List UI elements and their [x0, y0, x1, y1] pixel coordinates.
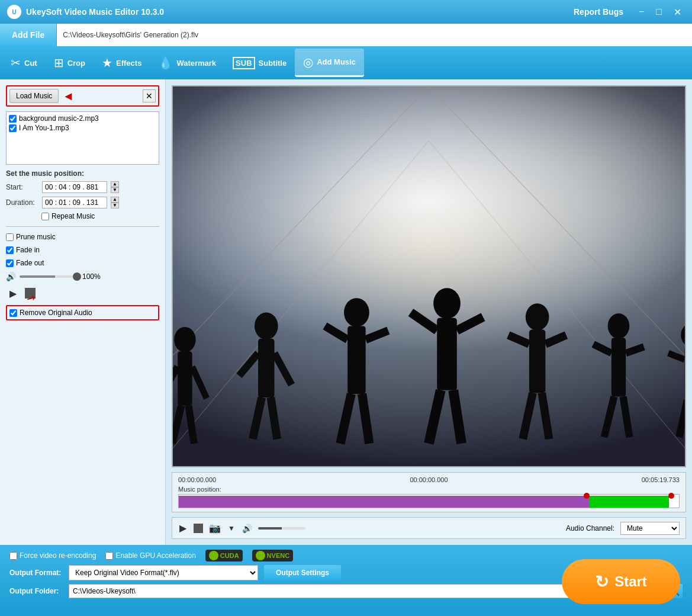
time-start: 00:00:00.000 [178, 476, 216, 483]
dropdown-button[interactable]: ▼ [227, 523, 236, 534]
volume-row: 🔊 100% [6, 272, 159, 281]
play-button[interactable]: ▶ [6, 286, 20, 300]
start-up-btn[interactable]: ▲ [111, 181, 119, 187]
fade-out-label: Fade out [16, 259, 44, 267]
toolbar-addmusic[interactable]: ◎ Add Music [295, 49, 364, 77]
svg-rect-25 [437, 318, 457, 390]
start-down-btn[interactable]: ▼ [111, 187, 119, 193]
list-item: background music-2.mp3 [9, 114, 156, 123]
remove-audio-section: Remove Original Audio [6, 305, 159, 320]
add-file-button[interactable]: Add File [0, 24, 57, 46]
app-logo: U [7, 5, 21, 19]
load-music-section: Load Music ◄ ✕ [6, 85, 159, 107]
ctrl-volume-slider[interactable] [258, 527, 305, 530]
start-icon: ↻ [595, 572, 609, 592]
volume-icon: 🔊 [6, 272, 16, 281]
app-title: UkeySoft Video Music Editor 10.3.0 [26, 7, 574, 17]
close-button[interactable]: ✕ [670, 7, 685, 18]
audio-channel-select[interactable]: Mute Left Right Stereo [620, 522, 680, 535]
toolbar-cut[interactable]: ✂ Cut [2, 49, 46, 77]
start-label: Start [614, 573, 647, 590]
main-content: Load Music ◄ ✕ background music-2.mp3 I … [0, 79, 692, 545]
toolbar-subtitle[interactable]: SUB Subtitle [224, 49, 295, 77]
svg-rect-19 [347, 326, 366, 393]
toolbar-subtitle-label: Subtitle [259, 59, 287, 68]
svg-point-24 [433, 288, 461, 319]
toolbar-effects-label: Effects [116, 59, 141, 68]
screenshot-button[interactable]: 📷 [209, 522, 221, 534]
prune-music-label: Prune music [16, 233, 56, 241]
time-middle: 00:00:00.000 [410, 476, 448, 483]
fade-in-checkbox[interactable] [6, 246, 14, 254]
start-row: Start: 00 : 04 : 09 . 881 ▲ ▼ [6, 181, 159, 193]
ctrl-volume-icon: 🔊 [242, 524, 252, 533]
logo-text: U [12, 9, 16, 15]
watermark-icon: 💧 [158, 56, 173, 70]
duration-up-btn[interactable]: ▲ [111, 197, 119, 203]
repeat-music-label: Repeat Music [52, 212, 95, 220]
fade-out-row: Fade out [6, 259, 159, 267]
video-play-button[interactable]: ▶ [178, 521, 188, 535]
toolbar-crop[interactable]: ⊞ Crop [46, 49, 94, 77]
svg-rect-7 [178, 351, 192, 406]
music-item-checkbox-1[interactable] [9, 115, 17, 123]
duration-down-btn[interactable]: ▼ [111, 203, 119, 208]
title-bar: U UkeySoft Video Music Editor 10.3.0 Rep… [0, 0, 692, 24]
gpu-accel-checkbox[interactable] [105, 552, 113, 560]
volume-slider[interactable] [20, 275, 79, 278]
load-music-button[interactable]: Load Music [9, 89, 59, 103]
gpu-accel-label: Enable GPU Acceleration [115, 551, 195, 560]
remove-original-audio-checkbox[interactable] [9, 309, 17, 317]
volume-handle[interactable] [73, 272, 81, 281]
music-item-name-2: I Am You-1.mp3 [19, 124, 69, 132]
timeline-area: 00:00:00.000 00:00:00.000 00:05:19.733 M… [172, 472, 686, 512]
clear-music-button[interactable]: ✕ [143, 89, 156, 102]
gpu-accel-row: Enable GPU Acceleration [105, 551, 195, 560]
effects-icon: ★ [102, 56, 112, 70]
repeat-music-checkbox[interactable] [41, 213, 49, 220]
arrow-annotation-1: ◄ [62, 89, 74, 103]
video-stop-button[interactable] [194, 524, 203, 533]
start-value: 00 : 04 : 09 . 881 [45, 183, 98, 191]
start-spinner[interactable]: ▲ ▼ [111, 181, 119, 193]
music-item-checkbox-2[interactable] [9, 124, 17, 132]
toolbar-watermark[interactable]: 💧 Watermark [150, 49, 224, 77]
svg-rect-37 [611, 338, 626, 396]
start-button[interactable]: ↻ Start [562, 559, 680, 604]
svg-rect-43 [684, 346, 685, 400]
cuda-badge: CUDA [205, 550, 243, 562]
nvenc-badge: NVENC [252, 550, 294, 562]
track-purple [179, 496, 589, 508]
force-reencode-label: Force video re-encoding [20, 551, 96, 560]
start-input[interactable]: 00 : 04 : 09 . 881 [42, 181, 107, 193]
time-end: 00:05:19.733 [642, 476, 680, 483]
duration-spinner[interactable]: ▲ ▼ [111, 197, 119, 208]
fade-out-checkbox[interactable] [6, 259, 14, 267]
file-path: C:\Videos-Ukeysoft\Girls' Generation (2)… [57, 24, 692, 46]
addmusic-icon: ◎ [303, 55, 313, 69]
prune-music-checkbox[interactable] [6, 233, 14, 241]
scissors-icon: ✂ [11, 56, 21, 70]
cuda-label: CUDA [220, 552, 239, 559]
duration-input[interactable]: 00 : 01 : 09 . 131 [42, 197, 107, 208]
nvenc-label: NVENC [267, 552, 290, 559]
start-label: Start: [6, 183, 38, 191]
track-dot-end[interactable] [668, 493, 674, 499]
bottom-wrapper: Force video re-encoding Enable GPU Accel… [0, 545, 692, 616]
nvenc-icon [256, 551, 265, 560]
output-folder-input[interactable] [69, 584, 638, 598]
toolbar-cut-label: Cut [24, 59, 37, 68]
output-format-select[interactable]: Keep Original Video Format(*.flv) [69, 565, 258, 580]
toolbar-effects[interactable]: ★ Effects [94, 49, 150, 77]
force-reencode-checkbox[interactable] [9, 552, 17, 560]
duration-value: 00 : 01 : 09 . 131 [45, 198, 98, 207]
minimize-button[interactable]: − [635, 7, 648, 18]
position-label: Set the music position: [6, 169, 159, 178]
list-item: I Am You-1.mp3 [9, 124, 156, 132]
timeline-track[interactable] [178, 494, 680, 508]
output-settings-button[interactable]: Output Settings [264, 565, 341, 580]
maximize-button[interactable]: □ [652, 7, 665, 18]
subtitle-icon: SUB [233, 57, 255, 69]
report-bugs-link[interactable]: Report Bugs [574, 7, 623, 17]
duration-row: Duration: 00 : 01 : 09 . 131 ▲ ▼ [6, 197, 159, 208]
